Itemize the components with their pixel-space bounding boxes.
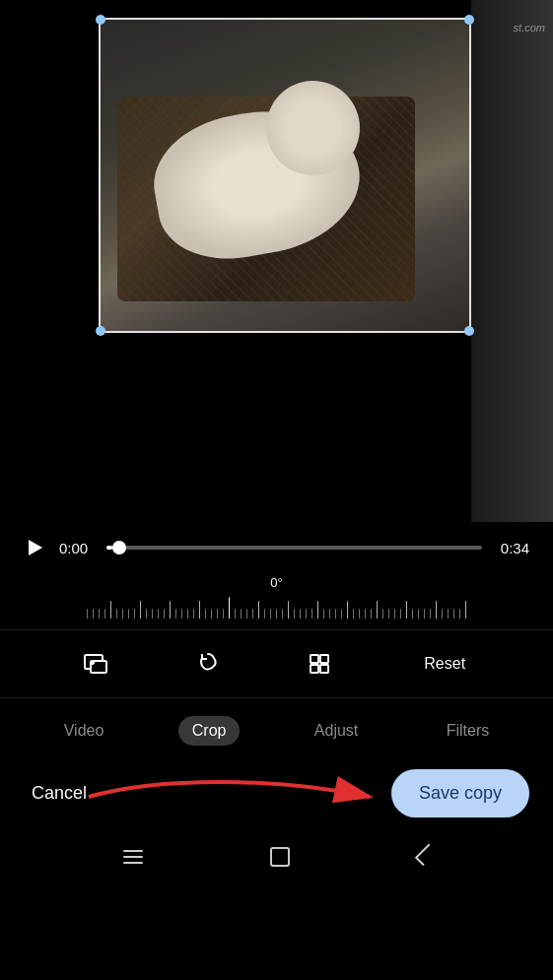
rotate-button[interactable] xyxy=(188,644,228,684)
outside-crop-area xyxy=(471,0,553,522)
crop-handle-bottom-left[interactable] xyxy=(96,326,105,336)
rotation-angle: 0° xyxy=(270,575,282,590)
reset-button[interactable]: Reset xyxy=(412,647,477,681)
time-current: 0:00 xyxy=(59,540,95,556)
aspect-ratio-button[interactable] xyxy=(76,644,115,684)
home-button[interactable] xyxy=(270,847,290,867)
crop-handle-top-right[interactable] xyxy=(464,15,474,25)
cancel-button[interactable]: Cancel xyxy=(24,773,95,814)
crop-frame[interactable] xyxy=(99,18,471,333)
aspect-ratio-icon xyxy=(82,650,109,678)
tool-row: Reset xyxy=(0,629,553,698)
ruler-ticks xyxy=(87,597,466,619)
controls-area: 0:00 0:34 0° xyxy=(0,522,553,833)
tab-filters[interactable]: Filters xyxy=(433,716,504,746)
play-icon xyxy=(29,540,42,555)
annotation-arrow xyxy=(79,767,384,826)
tab-video[interactable]: Video xyxy=(50,716,118,746)
save-copy-button[interactable]: Save copy xyxy=(391,769,529,817)
crop-handle-top-left[interactable] xyxy=(96,15,105,25)
seek-thumb[interactable] xyxy=(112,541,126,555)
tab-adjust[interactable]: Adjust xyxy=(301,716,372,746)
back-button[interactable] xyxy=(418,847,430,867)
back-icon xyxy=(415,844,438,867)
tab-crop[interactable]: Crop xyxy=(178,716,241,746)
crop-handle-bottom-right[interactable] xyxy=(464,326,474,336)
rotation-row: 0° xyxy=(0,573,553,629)
time-total: 0:34 xyxy=(494,540,529,556)
svg-rect-4 xyxy=(311,655,318,663)
recent-apps-button[interactable] xyxy=(123,850,143,864)
system-nav-bar xyxy=(0,833,553,877)
play-button[interactable] xyxy=(24,536,47,559)
seek-bar[interactable] xyxy=(106,546,482,550)
svg-rect-6 xyxy=(311,665,318,673)
rotation-ruler[interactable] xyxy=(0,594,553,621)
svg-rect-7 xyxy=(320,665,328,673)
freeform-crop-button[interactable] xyxy=(300,644,339,684)
freeform-crop-icon xyxy=(306,650,333,678)
watermark: st.com xyxy=(514,22,545,33)
rotate-icon xyxy=(194,650,222,678)
action-row: Cancel Save copy xyxy=(0,759,553,833)
playback-row: 0:00 0:34 xyxy=(0,522,553,573)
video-area: st.com xyxy=(0,0,553,522)
home-icon xyxy=(270,847,290,867)
tabs-row: Video Crop Adjust Filters xyxy=(0,698,553,759)
recent-apps-icon xyxy=(123,850,143,864)
svg-rect-5 xyxy=(320,655,328,663)
